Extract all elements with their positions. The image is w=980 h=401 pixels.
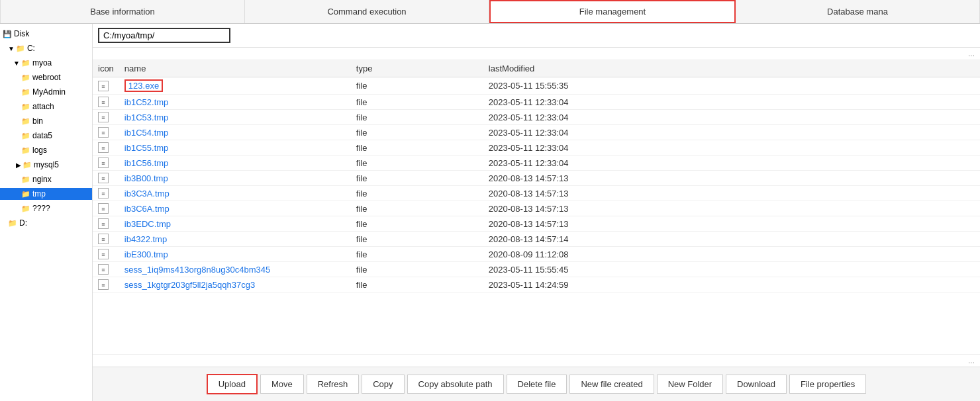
folder-icon-nginx: 📁 — [21, 175, 30, 184]
drive-icon-c: 📁 — [16, 44, 25, 53]
copy-abs-button[interactable]: Copy absolute path — [407, 375, 504, 394]
sidebar-item-attach[interactable]: 📁 attach — [0, 99, 92, 114]
folder-icon-myoa: 📁 — [21, 59, 30, 67]
move-button[interactable]: Move — [260, 375, 304, 394]
file-name[interactable]: ib1C56.tmp — [119, 156, 351, 171]
table-row[interactable]: ≡ib3C3A.tmpfile2020-08-13 14:57:13 — [93, 186, 980, 201]
file-icon-cell: ≡ — [93, 110, 119, 125]
sidebar-item-myoa[interactable]: ▼ 📁 myoa — [0, 56, 92, 70]
table-row[interactable]: ≡ib1C54.tmpfile2023-05-11 12:33:04 — [93, 125, 980, 140]
file-type: file — [351, 156, 483, 171]
file-name[interactable]: 123.exe — [119, 77, 351, 95]
top-tabs: Base information Command execution File … — [0, 0, 980, 24]
file-icon-cell: ≡ — [93, 156, 119, 171]
new-file-button[interactable]: New file created — [569, 375, 654, 394]
file-icon: ≡ — [98, 234, 109, 244]
sidebar-item-nginx[interactable]: 📁 nginx — [0, 172, 92, 187]
file-name[interactable]: ibE300.tmp — [119, 247, 351, 262]
table-row[interactable]: ≡ib4322.tmpfile2020-08-13 14:57:14 — [93, 232, 980, 247]
file-name[interactable]: ib1C55.tmp — [119, 140, 351, 156]
file-icon: ≡ — [98, 97, 109, 107]
file-icon: ≡ — [98, 218, 109, 229]
file-name[interactable]: ib3EDC.tmp — [119, 216, 351, 232]
delete-file-button[interactable]: Delete file — [507, 375, 567, 394]
sidebar-item-mysql5[interactable]: ▶ 📁 mysql5 — [0, 157, 92, 172]
tab-command[interactable]: Command execution — [245, 0, 489, 23]
sidebar-item-webroot[interactable]: 📁 webroot — [0, 70, 92, 85]
table-row[interactable]: ≡ib1C56.tmpfile2023-05-11 12:33:04 — [93, 156, 980, 171]
drive-icon-d: 📁 — [8, 219, 17, 228]
file-name[interactable]: ib3C6A.tmp — [119, 201, 351, 216]
file-properties-button[interactable]: File properties — [789, 375, 866, 394]
sidebar-item-data5[interactable]: 📁 data5 — [0, 128, 92, 143]
table-row[interactable]: ≡ib1C52.tmpfile2023-05-11 12:33:04 — [93, 95, 980, 110]
table-row[interactable]: ≡ibE300.tmpfile2020-08-09 11:12:08 — [93, 247, 980, 262]
sidebar-item-logs[interactable]: 📁 logs — [0, 143, 92, 157]
table-row[interactable]: ≡ib1C53.tmpfile2023-05-11 12:33:04 — [93, 110, 980, 125]
table-row[interactable]: ≡sess_1kgtgr203gf5ll2ja5qqh37cg3file2023… — [93, 277, 980, 292]
file-icon: ≡ — [98, 264, 109, 275]
file-name[interactable]: ib3B00.tmp — [119, 171, 351, 186]
sidebar-item-c[interactable]: ▼ 📁 C: — [0, 41, 92, 56]
file-name[interactable]: sess_1kgtgr203gf5ll2ja5qqh37cg3 — [119, 277, 351, 292]
sidebar-item-d[interactable]: 📁 D: — [0, 216, 92, 230]
file-table: icon name type lastModified ≡123.exefile… — [93, 60, 980, 354]
col-header-name: name — [119, 60, 351, 77]
file-date: 2023-05-11 12:33:04 — [483, 125, 980, 140]
file-icon-cell: ≡ — [93, 277, 119, 292]
file-date: 2023-05-11 15:55:35 — [483, 77, 980, 95]
tab-database[interactable]: Database mana — [736, 0, 980, 23]
file-icon-cell: ≡ — [93, 77, 119, 95]
upload-button[interactable]: Upload — [207, 374, 258, 394]
file-date: 2023-05-11 15:55:45 — [483, 262, 980, 277]
tab-base[interactable]: Base information — [0, 0, 245, 23]
table-row[interactable]: ≡ib3EDC.tmpfile2020-08-13 14:57:13 — [93, 216, 980, 232]
file-name[interactable]: ib3C3A.tmp — [119, 186, 351, 201]
file-type: file — [351, 186, 483, 201]
path-input[interactable] — [98, 28, 230, 43]
file-icon-cell: ≡ — [93, 171, 119, 186]
file-name[interactable]: ib1C54.tmp — [119, 125, 351, 140]
col-header-date: lastModified — [483, 60, 980, 77]
sidebar-item-question[interactable]: 📁 ???? — [0, 201, 92, 216]
sidebar-item-tmp[interactable]: 📁 tmp — [0, 187, 92, 201]
tab-file[interactable]: File management — [489, 0, 736, 23]
sidebar-item-bin[interactable]: 📁 bin — [0, 114, 92, 128]
path-bar — [93, 24, 980, 48]
folder-icon-question: 📁 — [21, 204, 30, 213]
file-icon-cell: ≡ — [93, 216, 119, 232]
file-icon-cell: ≡ — [93, 140, 119, 156]
file-date: 2023-05-11 12:33:04 — [483, 156, 980, 171]
content-area: 💾 Disk ▼ 📁 C: ▼ 📁 myoa — [0, 24, 980, 401]
file-type: file — [351, 125, 483, 140]
sidebar-item-disk[interactable]: 💾 Disk — [0, 26, 92, 41]
table-row[interactable]: ≡ib3C6A.tmpfile2020-08-13 14:57:13 — [93, 201, 980, 216]
file-icon: ≡ — [98, 142, 109, 153]
table-row[interactable]: ≡ib3B00.tmpfile2020-08-13 14:57:13 — [93, 171, 980, 186]
file-name[interactable]: ib4322.tmp — [119, 232, 351, 247]
table-row[interactable]: ≡123.exefile2023-05-11 15:55:35 — [93, 77, 980, 95]
file-panel: ... icon name type lastModified ≡123.exe… — [93, 24, 980, 401]
file-icon: ≡ — [98, 279, 109, 290]
folder-icon-logs: 📁 — [21, 146, 30, 155]
download-button[interactable]: Download — [726, 375, 787, 394]
file-name[interactable]: sess_1iq9ms413org8n8ug30c4bm345 — [119, 262, 351, 277]
file-type: file — [351, 232, 483, 247]
file-name[interactable]: ib1C53.tmp — [119, 110, 351, 125]
file-icon: ≡ — [98, 81, 109, 91]
file-date: 2023-05-11 14:24:59 — [483, 277, 980, 292]
folder-icon-webroot: 📁 — [21, 73, 30, 82]
table-dots-top: ... — [93, 48, 980, 60]
copy-button[interactable]: Copy — [362, 375, 404, 394]
folder-icon-attach: 📁 — [21, 103, 30, 111]
table-row[interactable]: ≡sess_1iq9ms413org8n8ug30c4bm345file2023… — [93, 262, 980, 277]
sidebar-item-myadmin[interactable]: 📁 MyAdmin — [0, 85, 92, 99]
file-date: 2020-08-13 14:57:14 — [483, 232, 980, 247]
new-folder-button[interactable]: New Folder — [657, 375, 723, 394]
file-date: 2020-08-13 14:57:13 — [483, 201, 980, 216]
refresh-button[interactable]: Refresh — [307, 375, 360, 394]
file-name[interactable]: ib1C52.tmp — [119, 95, 351, 110]
bottom-toolbar: Upload Move Refresh Copy Copy absolute p… — [93, 367, 980, 401]
table-row[interactable]: ≡ib1C55.tmpfile2023-05-11 12:33:04 — [93, 140, 980, 156]
file-icon: ≡ — [98, 173, 109, 183]
